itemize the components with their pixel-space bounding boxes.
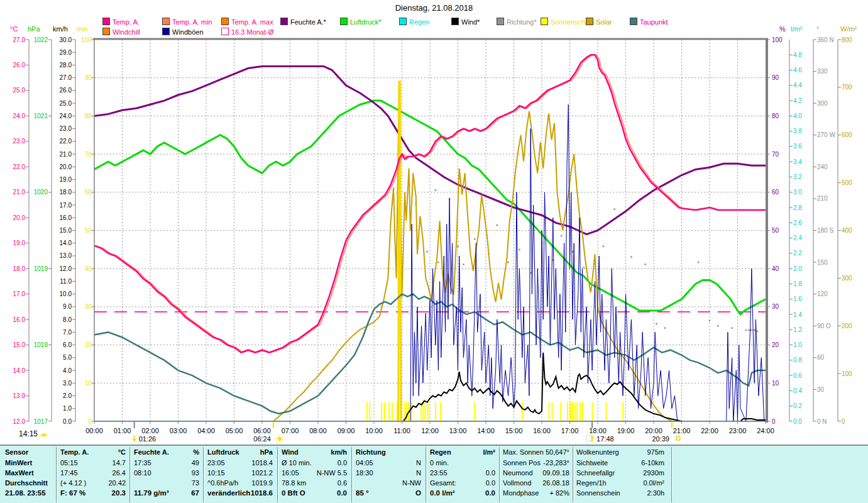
svg-text:01:26: 01:26	[139, 435, 157, 443]
table-row-labels: SensorMinWertMaxWertDurchschnitt21.08. 2…	[5, 446, 55, 503]
svg-text:330: 330	[817, 68, 828, 75]
svg-text:70: 70	[772, 151, 779, 158]
table-row-label: 21.08. 23:55	[5, 489, 46, 497]
table-cell-label: Schneefallgr	[576, 469, 615, 477]
table-cell-label: 0 Bft O	[282, 489, 305, 497]
svg-text:29.0: 29.0	[60, 49, 72, 56]
table-cell-value: 0.0	[338, 459, 347, 467]
svg-text:13:00: 13:00	[449, 427, 467, 434]
svg-text:min: min	[77, 25, 88, 33]
svg-text:04:00: 04:00	[197, 427, 215, 434]
table-cell-value: 50,647°	[546, 448, 569, 456]
svg-text:08:00: 08:00	[309, 427, 327, 434]
axis-units: °ChPakm/hmin%l/m²°W/m²	[10, 25, 857, 33]
table-cell-label: Feuchte A.	[134, 448, 169, 456]
svg-text:17:00: 17:00	[561, 427, 579, 434]
svg-text:12.0: 12.0	[13, 418, 26, 425]
table-cell-label: Richtung	[356, 448, 386, 456]
svg-text:0.0: 0.0	[793, 418, 802, 425]
svg-text:90: 90	[772, 74, 779, 81]
svg-text:0.0: 0.0	[63, 418, 72, 425]
svg-text:1.0: 1.0	[793, 341, 802, 348]
svg-text:30.0: 30.0	[60, 36, 72, 43]
svg-text:23.0: 23.0	[60, 125, 72, 132]
svg-text:0: 0	[842, 418, 845, 425]
svg-text:2.2: 2.2	[793, 250, 802, 257]
svg-text:700: 700	[842, 84, 852, 91]
svg-text:70: 70	[85, 151, 92, 158]
table-cell-value: 2930m	[643, 469, 664, 477]
svg-text:90: 90	[85, 74, 92, 81]
svg-text:120: 120	[817, 290, 828, 297]
table-cell-label: ^0.6hPa/h	[207, 479, 238, 487]
svg-text:25.0: 25.0	[60, 100, 72, 107]
table-cell-label: Sonnen Pos	[503, 459, 541, 467]
svg-text:W/m²: W/m²	[840, 25, 857, 33]
svg-text:3.4: 3.4	[793, 158, 802, 165]
svg-text:km/h: km/h	[53, 25, 68, 33]
svg-text:50: 50	[772, 227, 779, 234]
table-cell-value: 2:30h	[647, 489, 664, 497]
svg-text:1.2: 1.2	[793, 326, 802, 333]
table-separator	[129, 447, 130, 502]
deg-axis: 360 N330300270 W240210180 S15012090 O603…	[813, 36, 835, 425]
table-cell-value: 0.0l/m²	[643, 479, 664, 487]
stats-table: SensorMinWertMaxWertDurchschnitt21.08. 2…	[0, 445, 868, 503]
svg-text:13.0: 13.0	[13, 392, 26, 399]
table-separator	[499, 447, 500, 502]
svg-text:1022: 1022	[34, 36, 48, 43]
table-separator	[426, 447, 426, 502]
svg-text:300: 300	[817, 100, 828, 107]
svg-text:0.2: 0.2	[793, 402, 802, 409]
svg-text:19.0: 19.0	[13, 240, 26, 246]
lm2-axis: 4.84.64.44.24.03.83.63.43.23.02.82.62.42…	[789, 40, 802, 425]
svg-text:18.0: 18.0	[13, 265, 26, 272]
table-cell-value: 1021.2	[251, 469, 273, 477]
table-col-feuchte-a-: Feuchte A.%17:354908:10937311.79 g/m³67	[134, 446, 199, 503]
table-cell-value: 1018.4	[251, 459, 273, 467]
series-sonnenschein-spike	[398, 82, 401, 421]
sunset-square-icon	[676, 436, 680, 440]
svg-text:270 W: 270 W	[817, 131, 835, 138]
svg-text:23:00: 23:00	[729, 427, 747, 434]
svg-text:01:00: 01:00	[114, 427, 131, 434]
svg-text:150: 150	[817, 259, 828, 266]
table-col-astro: Max. Sonnen50,647°Sonnen Pos-23,283°Neum…	[503, 446, 569, 503]
svg-text:300: 300	[842, 275, 852, 282]
svg-text:3.2: 3.2	[793, 174, 802, 180]
svg-text:50: 50	[85, 227, 92, 234]
cloud-icon: ☁	[40, 429, 48, 438]
svg-text:80: 80	[85, 113, 92, 119]
svg-text:22.0: 22.0	[13, 163, 26, 170]
svg-text:18.0: 18.0	[60, 189, 72, 196]
table-cell-label: 23:55	[430, 469, 448, 477]
table-cell-label: 05:15	[60, 459, 78, 467]
table-cell-value: km/h	[331, 448, 347, 456]
svg-text:27.0: 27.0	[13, 36, 26, 43]
svg-text:60: 60	[817, 354, 825, 361]
table-cell-label: Wind	[282, 448, 299, 456]
svg-text:0.8: 0.8	[793, 357, 802, 363]
table-cell-value: %	[193, 448, 199, 456]
svg-text:1021: 1021	[34, 113, 48, 119]
svg-text:19.0: 19.0	[60, 176, 72, 183]
table-cell-label: Neumond	[503, 469, 533, 477]
svg-text:4.6: 4.6	[793, 67, 802, 74]
svg-text:3.0: 3.0	[793, 189, 802, 196]
svg-text:06:00: 06:00	[253, 427, 271, 434]
svg-text:30: 30	[817, 386, 825, 393]
table-col-conditions: Wolkenunterg975mSichtweite6-10kmSchneefa…	[576, 446, 664, 503]
svg-text:13.0: 13.0	[60, 252, 72, 259]
svg-text:20: 20	[85, 341, 92, 348]
svg-text:15.0: 15.0	[60, 227, 72, 234]
svg-text:1019: 1019	[34, 265, 48, 272]
table-cell-value: 0.0	[486, 469, 495, 477]
svg-text:30: 30	[772, 303, 779, 310]
svg-text:4.0: 4.0	[793, 113, 802, 119]
svg-text:500: 500	[842, 179, 852, 186]
table-cell-value: N-NW 5.5	[317, 469, 347, 477]
svg-text:14:00: 14:00	[477, 427, 495, 434]
svg-text:22.0: 22.0	[60, 138, 72, 145]
table-separator	[573, 447, 573, 502]
table-cell-label: 17:45	[60, 469, 78, 477]
